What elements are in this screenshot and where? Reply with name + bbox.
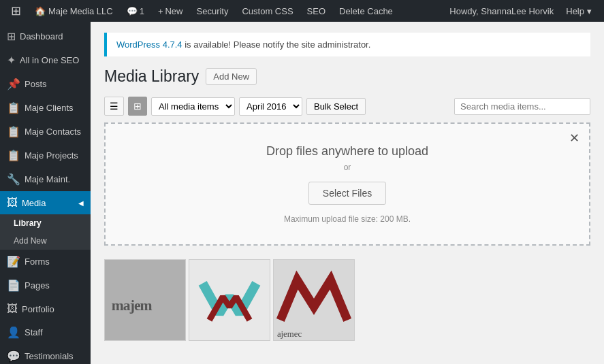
sidebar-item-dashboard[interactable]: ⊞ Dashboard [0,24,91,48]
adminbar-custom-css[interactable]: Custom CSS [236,0,298,22]
sidebar-item-label: Portfolio [22,304,54,314]
select-files-button[interactable]: Select Files [308,182,386,205]
sidebar-item-media[interactable]: 🖼 Media ◀ [0,191,91,214]
sidebar-subitem-label: Add New [14,236,47,246]
sidebar-item-label: Maje Projects [25,150,78,161]
dashboard-icon: ⊞ [7,30,16,43]
sidebar-item-maje-contacts[interactable]: 📋 Maje Contacts [0,120,91,144]
sidebar-item-maje-clients[interactable]: 📋 Maje Clients [0,96,91,120]
wp-update-notice: WordPress 4.7.4 is available! Please not… [104,33,590,56]
grid-view-icon: ⊞ [133,101,142,112]
media-item[interactable] [189,259,270,341]
sidebar-item-label: Dashboard [20,31,63,42]
clients-icon: 📋 [7,101,20,114]
sidebar-item-pages[interactable]: 📄 Pages [0,274,91,297]
media-submenu: Library Add New [0,214,91,250]
media-date-filter[interactable]: April 2016 [239,97,302,116]
chevron-down-icon: ▾ [587,6,592,16]
seo-icon: ✦ [7,54,16,67]
admin-bar: ⊞ 🏠 Maje Media LLC 💬 1 + New Security Cu… [0,0,604,22]
forms-icon: 📝 [7,255,20,268]
sidebar-item-portfolio[interactable]: 🖼 Portfolio [0,297,91,320]
posts-icon: 📌 [7,78,20,90]
testimonials-icon: 💬 [7,350,20,363]
sidebar-item-label: Maje Maint. [25,174,70,184]
adminbar-help-button[interactable]: Help ▾ [559,0,599,22]
sidebar-subitem-library[interactable]: Library [0,214,91,232]
sidebar-arrow-icon: ◀ [78,199,84,207]
adminbar-security[interactable]: Security [191,0,234,22]
sidebar-item-maje-projects[interactable]: 📋 Maje Projects [0,144,91,167]
sidebar-menu: ⊞ Dashboard ✦ All in One SEO 📌 Posts 📋 M… [0,22,91,364]
sidebar-item-testimonials[interactable]: 💬 Testimonials [0,344,91,364]
wp-version-link[interactable]: WordPress 4.7.4 [116,39,182,50]
sidebar-item-posts[interactable]: 📌 Posts [0,72,91,96]
staff-icon: 👤 [7,326,20,339]
adminbar-delete-cache[interactable]: Delete Cache [334,0,398,22]
projects-icon: 📋 [7,149,20,162]
list-view-button[interactable]: ☰ [104,97,124,116]
sidebar-item-forms[interactable]: 📝 Forms [0,250,91,274]
adminbar-howdy: Howdy, ShannaLee Horvik [444,0,559,22]
sidebar-subitem-label: Library [14,218,42,228]
media-item[interactable]: ajemec [273,259,355,341]
sidebar-item-label: Maje Contacts [25,127,81,137]
page-header: Media Library Add New [104,67,590,86]
sidebar-item-all-in-one-seo[interactable]: ✦ All in One SEO [0,48,91,72]
contacts-icon: 📋 [7,125,20,138]
sidebar-item-staff[interactable]: 👤 Staff [0,320,91,344]
media-toolbar: ☰ ⊞ All media items April 2016 Bulk Sele… [104,97,590,116]
portfolio-icon: 🖼 [7,303,18,315]
adminbar-comments[interactable]: 💬 1 [121,0,150,22]
close-upload-button[interactable]: ✕ [569,131,579,146]
sidebar-item-label: Pages [25,280,50,291]
adminbar-new[interactable]: + New [153,0,189,22]
media-icon: 🖼 [7,197,18,209]
pages-icon: 📄 [7,279,20,292]
upload-limit-text: Maximum upload file size: 200 MB. [119,214,575,224]
upload-or-label: or [119,163,575,172]
upload-area: ✕ Drop files anywhere to upload or Selec… [104,122,590,246]
media-type-filter[interactable]: All media items [151,97,235,116]
sidebar-item-label: Posts [25,79,47,89]
search-input[interactable] [454,98,590,115]
media-item[interactable]: majem [104,259,186,341]
maint-icon: 🔧 [7,173,20,186]
sidebar-item-label: All in One SEO [20,55,79,65]
sidebar-item-label: Forms [25,257,50,267]
adminbar-site-name[interactable]: 🏠 Maje Media LLC [29,0,118,22]
upload-title: Drop files anywhere to upload [119,144,575,159]
list-view-icon: ☰ [110,101,118,112]
svg-text:ajemec: ajemec [277,329,302,339]
adminbar-wp-icon[interactable]: ⊞ [5,0,27,22]
sidebar: ⊞ Dashboard ✦ All in One SEO 📌 Posts 📋 M… [0,22,91,364]
sidebar-subitem-add-new[interactable]: Add New [0,232,91,250]
bulk-select-button[interactable]: Bulk Select [306,98,366,115]
page-title: Media Library [104,67,199,86]
adminbar-seo[interactable]: SEO [302,0,331,22]
grid-view-button[interactable]: ⊞ [128,97,147,116]
add-new-button[interactable]: Add New [206,68,257,85]
sidebar-item-label: Testimonials [25,351,74,361]
sidebar-item-label: Media [22,198,46,208]
svg-text:majem: majem [112,297,153,314]
media-grid: majem ajemec [104,259,590,341]
main-content: WordPress 4.7.4 is available! Please not… [91,22,604,364]
sidebar-item-label: Maje Clients [25,103,74,113]
sidebar-item-label: Staff [25,327,43,337]
adminbar-right: Howdy, ShannaLee Horvik Help ▾ [444,0,599,22]
sidebar-item-maje-maint[interactable]: 🔧 Maje Maint. [0,167,91,191]
